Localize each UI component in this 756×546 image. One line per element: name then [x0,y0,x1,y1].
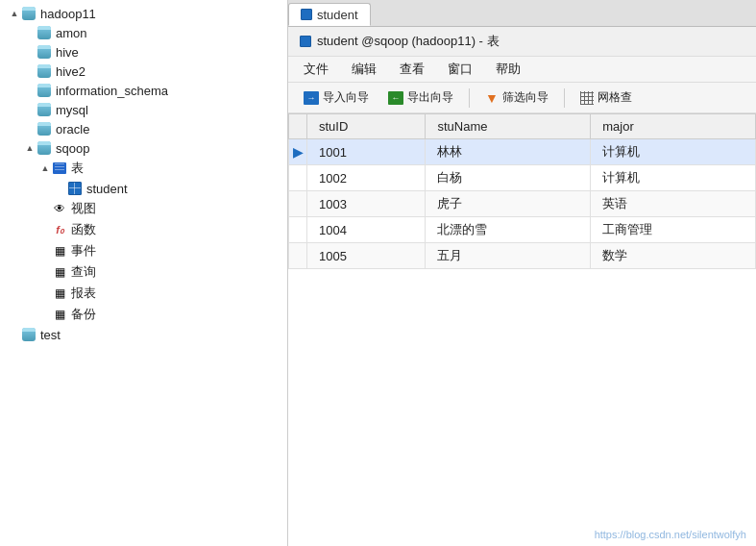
import-button[interactable]: 导入向导 [296,87,377,109]
tree-item-information_schema[interactable]: information_schema [0,81,287,100]
toggle-icon-tables-group: ▲ [38,161,52,175]
tree-label-student-table: student [86,182,128,196]
tree-item-queries[interactable]: ▦查询 [0,261,287,283]
cell-stuid[interactable]: 1004 [307,217,426,243]
tree-item-test[interactable]: test [0,325,287,344]
filter-button[interactable]: ▼ 筛选向导 [477,87,556,109]
db-icon-hive [37,45,51,59]
tree-label-events: 事件 [71,242,96,260]
col-header-stuid: stuID [307,114,426,139]
table-row[interactable]: 1005五月数学 [289,243,756,269]
table-icon-student-table [68,182,82,195]
tree-label-backup: 备份 [71,306,96,323]
cell-stuname[interactable]: 白杨 [426,165,591,191]
window-table-icon [300,36,311,47]
menu-edit[interactable]: 编辑 [348,59,380,80]
col-header-stuname: stuName [426,114,591,139]
cell-stuid[interactable]: 1005 [307,243,426,269]
menu-view[interactable]: 查看 [396,59,428,80]
cell-major[interactable]: 工商管理 [591,217,756,243]
grid-button[interactable]: 网格查 [573,87,640,109]
tree-item-student-table[interactable]: student [0,179,287,198]
cell-major[interactable]: 数学 [591,243,756,269]
tree-item-reports[interactable]: ▦报表 [0,283,287,304]
menu-window[interactable]: 窗口 [444,59,476,80]
menu-file[interactable]: 文件 [300,59,332,80]
toggle-icon-backup [38,308,52,321]
cell-major[interactable]: 计算机 [591,139,756,165]
cell-stuid[interactable]: 1003 [307,191,426,217]
toggle-icon-hive [23,45,37,59]
toggle-icon-student-table [54,182,67,195]
tree-item-events[interactable]: ▦事件 [0,240,287,261]
toggle-icon-information_schema [23,84,37,97]
tree-label-amon: amon [56,26,87,40]
cell-stuid[interactable]: 1002 [307,165,426,191]
toggle-icon-hive2 [23,64,37,78]
table-row[interactable]: 1004北漂的雪工商管理 [289,217,756,243]
export-button[interactable]: 导出向导 [380,87,461,109]
db-icon-oracle [37,122,51,136]
toggle-icon-sqoop: ▲ [23,141,37,155]
table-row[interactable]: ▶1001林林计算机 [289,139,756,165]
db-icon-amon [37,26,51,39]
backup-icon-backup: ▦ [55,308,65,321]
tab-bar: student [288,0,756,27]
tab-student[interactable]: student [288,3,371,26]
tree-item-oracle[interactable]: oracle [0,119,287,138]
toggle-icon-events [38,244,52,258]
tree-item-tables-group[interactable]: ▲表 [0,158,287,179]
toggle-icon-test [8,328,21,341]
tree-item-hive[interactable]: hive [0,42,287,62]
tree-item-views[interactable]: 👁视图 [0,198,287,219]
db-icon-sqoop [37,141,51,155]
tree-label-queries: 查询 [71,263,96,281]
tree-item-functions[interactable]: f₀函数 [0,219,287,240]
tree-item-backup[interactable]: ▦备份 [0,304,287,325]
filter-label: 筛选向导 [502,89,549,106]
view-icon-views: 👁 [54,202,65,215]
cell-major[interactable]: 英语 [591,191,756,217]
window-title: student @sqoop (hadoop11) - 表 [317,33,500,50]
tree-item-sqoop[interactable]: ▲sqoop [0,138,287,158]
tree-item-mysql[interactable]: mysql [0,100,287,119]
tree-item-hive2[interactable]: hive2 [0,62,287,81]
export-label: 导出向导 [407,89,453,106]
menu-help[interactable]: 帮助 [492,59,524,80]
toggle-icon-queries [38,265,52,279]
tree-label-reports: 报表 [71,285,96,302]
grid-icon [580,91,594,105]
cell-stuname[interactable]: 五月 [426,243,591,269]
tree-label-mysql: mysql [56,103,88,117]
toggle-icon-reports [38,286,52,300]
menubar: 文件编辑查看窗口帮助 [288,57,756,83]
import-icon [304,91,319,105]
tree-item-amon[interactable]: amon [0,23,287,42]
toolbar-divider-2 [564,88,565,108]
tree-label-test: test [40,328,61,342]
tab-table-icon [301,9,312,20]
cell-major[interactable]: 计算机 [591,165,756,191]
tree-label-sqoop: sqoop [56,141,89,156]
tree-label-views: 视图 [71,200,96,217]
sidebar: ▲hadoop11amonhivehive2information_schema… [0,0,288,546]
event-icon-events: ▦ [55,244,65,258]
tree-label-hive2: hive2 [56,64,85,79]
tab-label: student [317,8,358,22]
col-header-major: major [591,114,756,139]
cell-stuid[interactable]: 1001 [307,139,426,165]
toggle-icon-amon [23,26,37,39]
toolbar-divider-1 [469,88,470,108]
table-row[interactable]: 1003虎子英语 [289,191,756,217]
toggle-icon-oracle [23,122,37,136]
query-icon-queries: ▦ [55,265,65,279]
cell-stuname[interactable]: 北漂的雪 [426,217,591,243]
tree-item-hadoop11[interactable]: ▲hadoop11 [0,4,287,23]
cell-stuname[interactable]: 虎子 [426,191,591,217]
row-pointer: ▶ [293,145,303,160]
tree-label-information_schema: information_schema [56,84,168,98]
cell-stuname[interactable]: 林林 [426,139,591,165]
table-row[interactable]: 1002白杨计算机 [289,165,756,191]
db-icon-test [22,328,36,341]
export-icon [388,91,403,105]
